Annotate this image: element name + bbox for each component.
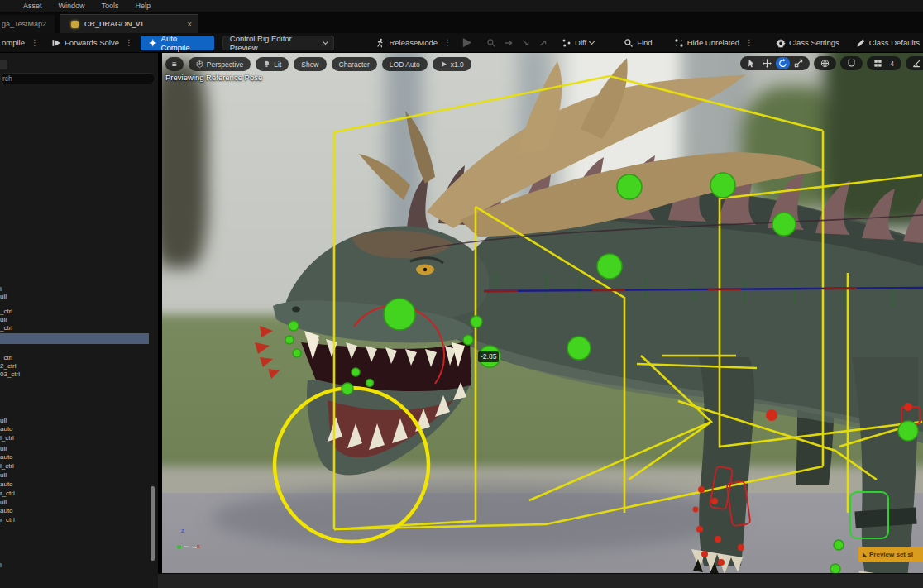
tree-item[interactable]: l_ctrl	[0, 461, 149, 471]
tree-item[interactable]: l	[0, 561, 149, 570]
preview-mode-label: Control Rig Editor Preview	[230, 34, 319, 52]
control-sphere[interactable]	[772, 213, 796, 236]
preview-status-text: Previewing Reference Pose	[165, 73, 262, 82]
class-defaults-button[interactable]: Class Defaults	[853, 33, 923, 53]
show-dropdown[interactable]: Show	[294, 57, 326, 71]
surface-snap-button[interactable]	[844, 57, 858, 69]
playback-speed-button[interactable]: x1.0	[433, 57, 471, 71]
menu-tools[interactable]: Tools	[93, 2, 127, 10]
tab-cr-dragon[interactable]: CR_DRAGON_v1 ×	[60, 14, 198, 33]
preview-mode-dropdown[interactable]: Control Rig Editor Preview	[222, 36, 335, 50]
release-mode-button[interactable]: ReleaseMode	[372, 33, 441, 53]
forwards-solve-button[interactable]: Forwards Solve	[48, 33, 122, 53]
perspective-dropdown[interactable]: Perspective	[189, 57, 251, 71]
menu-help[interactable]: Help	[127, 2, 160, 10]
tree-item[interactable]: r_ctrl	[0, 515, 149, 524]
play-icon[interactable]	[461, 36, 473, 49]
tab-testmap[interactable]: ga_TestMap2	[0, 15, 55, 33]
lod-label: LOD Auto	[390, 60, 420, 69]
tree-item-label: l_ctrl	[0, 434, 14, 442]
tree-item[interactable]: auto	[0, 480, 149, 489]
pencil-icon	[856, 38, 866, 48]
transform-toolbar: 4	[740, 56, 923, 70]
tree-item[interactable]: r_ctrl	[0, 489, 149, 498]
diff-dropdown[interactable]: Diff	[558, 33, 597, 53]
lit-dropdown[interactable]: Lit	[256, 57, 289, 71]
control-sphere[interactable]	[830, 564, 840, 573]
find-button[interactable]: Find	[620, 33, 655, 53]
rig-hierarchy-panel: rch l ull _ctrl ull _ctrl _ctrl 2_	[0, 53, 158, 588]
control-sphere[interactable]	[471, 316, 482, 327]
control-sphere[interactable]	[352, 368, 360, 376]
rotate-tool-button[interactable]	[776, 57, 790, 69]
rotation-snap-button[interactable]	[910, 57, 923, 69]
menu-window[interactable]: Window	[50, 2, 93, 10]
play-icon	[440, 60, 447, 68]
lod-dropdown[interactable]: LOD Auto	[382, 57, 428, 71]
z-axis-label: z	[181, 527, 184, 534]
rig-hierarchy-tree: l ull _ctrl ull _ctrl _ctrl 2_ctrl 03_ct…	[0, 53, 158, 588]
tree-item[interactable]: _ctrl	[0, 323, 149, 332]
compile-label: ompile	[2, 38, 25, 47]
control-sphere[interactable]	[384, 299, 415, 330]
viewport-menu-button[interactable]: ≡	[165, 57, 184, 71]
grid-snap-button[interactable]	[871, 57, 885, 69]
control-sphere[interactable]	[898, 421, 918, 441]
auto-compile-button[interactable]: Auto Compile	[141, 36, 214, 50]
compile-options-kebab[interactable]: ⋮	[28, 38, 41, 47]
control-sphere[interactable]	[463, 335, 473, 345]
tree-item[interactable]: auto	[0, 452, 149, 461]
select-tool-button[interactable]	[744, 57, 758, 69]
class-defaults-label: Class Defaults	[869, 38, 920, 47]
lit-label: Lit	[274, 60, 281, 69]
tree-item[interactable]: ull	[0, 471, 149, 480]
tree-item[interactable]: l_ctrl	[0, 433, 149, 442]
tree-item[interactable]	[0, 333, 149, 344]
tree-item-label: 2_ctrl	[0, 362, 17, 370]
compile-button[interactable]: ompile	[0, 33, 28, 53]
tree-item-label: l	[0, 562, 2, 569]
tab-close-icon[interactable]: ×	[187, 20, 192, 29]
release-mode-kebab[interactable]: ⋮	[441, 38, 454, 47]
solve-options-kebab[interactable]: ⋮	[122, 38, 136, 47]
preview-notice-badge[interactable]: Preview set sl	[858, 547, 923, 562]
step-into-icon[interactable]	[521, 38, 531, 48]
control-sphere[interactable]	[710, 173, 735, 198]
x-axis-label: x	[197, 543, 200, 550]
control-sphere[interactable]	[342, 383, 353, 394]
tree-item[interactable]: 03_ctrl	[0, 370, 149, 379]
tree-item[interactable]: ull	[0, 292, 149, 301]
menu-asset[interactable]: Asset	[15, 2, 50, 10]
tree-item[interactable]: auto	[0, 506, 149, 515]
tree-item[interactable]: auto	[0, 424, 149, 433]
coordinate-space-button[interactable]	[818, 57, 832, 69]
inspect-icon[interactable]	[486, 38, 496, 48]
grid-snap-value[interactable]: 4	[887, 60, 897, 68]
notice-arrow-icon	[863, 552, 867, 557]
scale-tool-button[interactable]	[791, 57, 806, 69]
control-sphere[interactable]	[366, 380, 374, 387]
control-sphere[interactable]	[289, 321, 299, 331]
translate-tool-button[interactable]	[760, 57, 774, 69]
sidebar-scrollbar[interactable]	[151, 486, 155, 561]
class-settings-button[interactable]: Class Settings	[772, 33, 843, 53]
hide-unrelated-kebab[interactable]: ⋮	[743, 38, 756, 47]
control-sphere[interactable]	[834, 540, 844, 550]
chevron-down-icon	[589, 38, 595, 44]
3d-viewport[interactable]: ≡ Perspective Lit Show Character	[162, 53, 923, 573]
forwards-solve-icon	[51, 38, 61, 48]
control-value-tooltip: -2.85	[478, 351, 499, 362]
control-sphere[interactable]	[617, 174, 642, 199]
diff-icon	[562, 38, 571, 48]
step-over-icon[interactable]	[504, 38, 514, 48]
control-sphere[interactable]	[597, 254, 622, 279]
control-sphere[interactable]	[293, 349, 301, 357]
axis-gizmo: z x	[174, 529, 203, 554]
control-sphere[interactable]	[285, 336, 294, 344]
viewport-canvas[interactable]	[162, 53, 923, 573]
step-out-icon[interactable]	[538, 38, 548, 48]
hide-unrelated-button[interactable]: Hide Unrelated	[671, 33, 743, 53]
control-sphere[interactable]	[567, 337, 591, 360]
character-dropdown[interactable]: Character	[332, 57, 377, 71]
forwards-solve-label: Forwards Solve	[65, 38, 119, 47]
